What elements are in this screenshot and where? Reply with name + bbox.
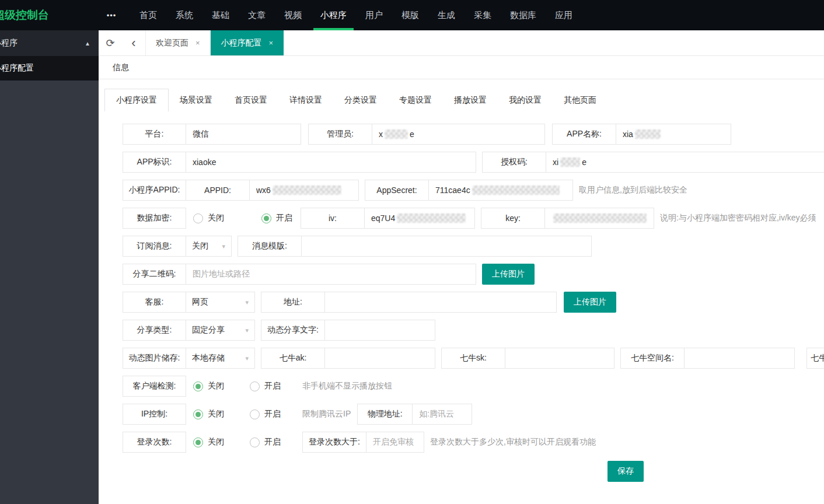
appname-input[interactable]: xia bbox=[616, 124, 731, 145]
tab-detail-settings[interactable]: 详情设置 bbox=[278, 89, 333, 111]
upload-image-button[interactable]: 上传图片 bbox=[482, 264, 535, 285]
censored-block bbox=[553, 214, 647, 223]
tab-other-pages[interactable]: 其他页面 bbox=[553, 89, 607, 111]
censored-block bbox=[385, 130, 408, 139]
tab-homepage-settings[interactable]: 首页设置 bbox=[224, 89, 278, 111]
config-form: 平台: 微信 管理员: xe APP名称: xia APP标识: xiaoke … bbox=[104, 111, 824, 482]
ip-control-off-radio[interactable]: 关闭 bbox=[193, 409, 224, 419]
physical-address-input[interactable]: 如:腾讯云 bbox=[412, 404, 472, 425]
share-type-label: 分享类型: bbox=[123, 320, 186, 341]
form-row-appid: 小程序APPID: APPID: wx6 AppSecret: 711cae4c… bbox=[123, 180, 824, 201]
client-check-off-radio[interactable]: 关闭 bbox=[193, 381, 224, 391]
client-check-on-label: 开启 bbox=[264, 381, 281, 391]
nav-item-user[interactable]: 用户 bbox=[356, 0, 392, 30]
platform-input[interactable]: 微信 bbox=[186, 124, 301, 145]
storage-select[interactable]: 本地存储 ▾ bbox=[186, 348, 255, 369]
login-times-on-radio[interactable]: 开启 bbox=[250, 437, 281, 447]
close-icon[interactable]: × bbox=[195, 38, 200, 47]
service-value: 网页 bbox=[192, 297, 208, 307]
censored-block bbox=[273, 186, 341, 195]
tab-miniprogram-settings[interactable]: 小程序设置 bbox=[104, 89, 169, 111]
tab-miniprogram-config[interactable]: 小程序配置 × bbox=[211, 30, 284, 55]
sidebar-group-miniprogram[interactable]: 小程序 ▲ bbox=[0, 30, 99, 56]
nav-item-article[interactable]: 文章 bbox=[239, 0, 275, 30]
subscribe-label: 订阅消息: bbox=[123, 236, 186, 257]
ip-control-hint: 限制腾讯云IP bbox=[302, 409, 351, 419]
client-check-hint: 非手机端不显示播放按钮 bbox=[302, 381, 392, 391]
nav-item-collect[interactable]: 采集 bbox=[465, 0, 501, 30]
tab-welcome[interactable]: 欢迎页面 × bbox=[145, 30, 211, 55]
appsecret-input[interactable]: 711cae4c bbox=[428, 180, 573, 201]
client-check-on-radio[interactable]: 开启 bbox=[250, 381, 281, 391]
app-logo[interactable]: 超级控制台 bbox=[0, 0, 99, 30]
form-row-save: 保存 bbox=[607, 461, 824, 482]
subscribe-select[interactable]: 关闭 ▾ bbox=[186, 236, 232, 257]
nav-item-system[interactable]: 系统 bbox=[166, 0, 202, 30]
iv-label: iv: bbox=[301, 208, 365, 229]
share-type-select[interactable]: 固定分享 ▾ bbox=[186, 320, 255, 341]
radio-circle-icon bbox=[193, 214, 203, 223]
qiniu-ak-input[interactable] bbox=[324, 348, 435, 369]
share-qr-input[interactable]: 图片地址或路径 bbox=[186, 264, 476, 285]
radio-circle-icon bbox=[261, 214, 271, 223]
dynamic-text-input[interactable] bbox=[324, 320, 435, 341]
caret-down-icon: ▾ bbox=[245, 355, 249, 362]
sidebar-item-miniprogram-config[interactable]: 小程序配置 bbox=[0, 56, 99, 80]
encrypt-on-radio[interactable]: 开启 bbox=[261, 213, 292, 223]
qiniu-space-input[interactable] bbox=[684, 348, 795, 369]
ip-control-on-radio[interactable]: 开启 bbox=[250, 409, 281, 419]
close-icon[interactable]: × bbox=[269, 38, 274, 47]
app-logo-text: 超级控制台 bbox=[0, 8, 49, 23]
nav-item-basic[interactable]: 基础 bbox=[202, 0, 239, 30]
tab-scene-settings[interactable]: 场景设置 bbox=[169, 89, 224, 111]
key-input[interactable] bbox=[544, 208, 654, 229]
form-row-client-check: 客户端检测: 关闭 开启 非手机端不显示播放按钮 bbox=[123, 376, 824, 397]
nav-item-template[interactable]: 模版 bbox=[392, 0, 428, 30]
appsecret-hint: 取用户信息,放到后端比较安全 bbox=[579, 185, 687, 195]
nav-item-video[interactable]: 视频 bbox=[275, 0, 311, 30]
msg-template-input[interactable] bbox=[301, 236, 592, 257]
nav-more-icon[interactable]: ••• bbox=[99, 0, 124, 30]
admin-input[interactable]: xe bbox=[372, 124, 545, 145]
nav-item-database[interactable]: 数据库 bbox=[501, 0, 546, 30]
radio-circle-icon bbox=[250, 410, 260, 419]
appid-value-prefix: wx6 bbox=[256, 186, 271, 195]
authcode-value-prefix: xi bbox=[553, 158, 558, 167]
qiniu-sk-input[interactable] bbox=[505, 348, 614, 369]
tab-my-settings[interactable]: 我的设置 bbox=[498, 89, 553, 111]
upload-image-button[interactable]: 上传图片 bbox=[564, 292, 616, 313]
ip-control-off-label: 关闭 bbox=[208, 409, 224, 419]
appmark-input[interactable]: xiaoke bbox=[186, 152, 476, 173]
address-input[interactable] bbox=[324, 292, 557, 313]
form-row-login-times: 登录次数: 关闭 开启 登录次数大于: 开启免审核 登录次数大于多少次,审核时可… bbox=[123, 432, 824, 453]
storage-value: 本地存储 bbox=[192, 353, 225, 363]
login-times-off-label: 关闭 bbox=[208, 437, 224, 447]
nav-item-miniprogram[interactable]: 小程序 bbox=[311, 0, 356, 30]
iv-input[interactable]: eq7U4 bbox=[364, 208, 475, 229]
service-select[interactable]: 网页 ▾ bbox=[186, 292, 255, 313]
tab-topic-settings[interactable]: 专题设置 bbox=[388, 89, 443, 111]
qiniu-sk-label: 七牛sk: bbox=[441, 348, 505, 369]
appmark-value: xiaoke bbox=[193, 158, 216, 167]
appid-input[interactable]: wx6 bbox=[249, 180, 359, 201]
login-times-off-radio[interactable]: 关闭 bbox=[193, 437, 224, 447]
authcode-value-suffix: e bbox=[582, 158, 586, 167]
nav-item-app[interactable]: 应用 bbox=[546, 0, 582, 30]
share-type-value: 固定分享 bbox=[192, 325, 225, 335]
nav-item-generate[interactable]: 生成 bbox=[428, 0, 465, 30]
form-row-subscribe: 订阅消息: 关闭 ▾ 消息模版: bbox=[123, 236, 824, 257]
radio-circle-icon bbox=[193, 410, 203, 419]
back-chevron-icon[interactable]: ‹ bbox=[122, 30, 145, 55]
refresh-icon[interactable]: ⟳ bbox=[99, 30, 122, 55]
encrypt-off-radio[interactable]: 关闭 bbox=[193, 213, 224, 223]
authcode-input[interactable]: xie bbox=[546, 152, 824, 173]
radio-circle-icon bbox=[250, 438, 260, 447]
form-row-appmark: APP标识: xiaoke 授权码: xie bbox=[123, 152, 824, 173]
nav-item-home[interactable]: 首页 bbox=[130, 0, 166, 30]
tab-play-settings[interactable]: 播放设置 bbox=[443, 89, 498, 111]
save-button[interactable]: 保存 bbox=[607, 461, 644, 482]
login-gt-input[interactable]: 开启免审核 bbox=[366, 432, 424, 453]
content-area: 小程序设置 场景设置 首页设置 详情设置 分类设置 专题设置 播放设置 我的设置… bbox=[99, 79, 824, 504]
tab-category-settings[interactable]: 分类设置 bbox=[333, 89, 388, 111]
form-row-storage: 动态图片储存: 本地存储 ▾ 七牛ak: 七牛sk: 七牛空间名: 七牛 bbox=[123, 348, 824, 369]
